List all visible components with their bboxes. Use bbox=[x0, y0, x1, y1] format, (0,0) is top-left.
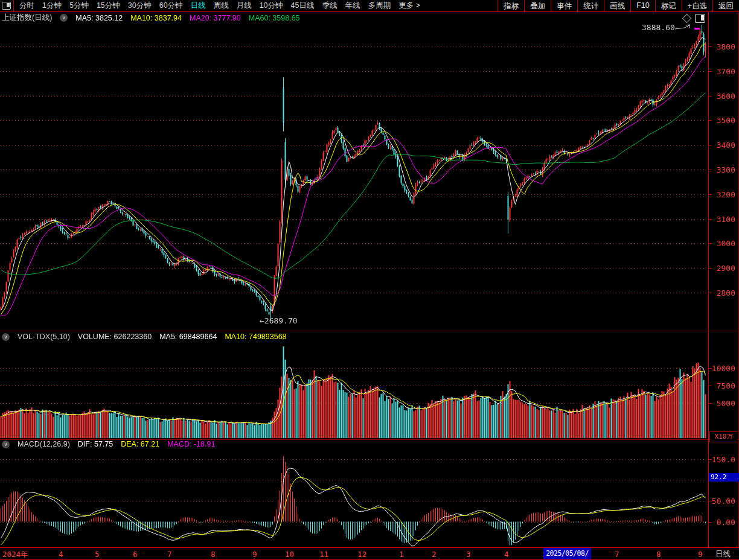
month-label: 3 bbox=[466, 550, 471, 559]
collapse-main-icon[interactable] bbox=[60, 14, 68, 22]
bottom-period-label[interactable]: 日线 bbox=[715, 549, 731, 559]
period-tab[interactable]: 10分钟 bbox=[260, 1, 283, 11]
toolbar-button[interactable]: F10 bbox=[630, 0, 655, 11]
period-tab[interactable]: 15分钟 bbox=[97, 1, 120, 11]
macd-axis-label: 50.00 bbox=[711, 497, 735, 506]
price-axis-label: 3300 bbox=[711, 165, 735, 174]
main-chart-header: 上证指数(日线) MA5: 3825.12MA10: 3837.94MA20: … bbox=[2, 13, 300, 23]
month-label: 4 bbox=[59, 550, 63, 559]
macd-dea: DEA: 67.21 bbox=[121, 440, 159, 448]
ma-label: MA20: 3777.90 bbox=[190, 14, 241, 22]
cursor-date-box: 2025/05/08/四 bbox=[543, 548, 591, 559]
volume-axis-label: 7500 bbox=[711, 381, 735, 390]
month-label: 9 bbox=[698, 550, 703, 559]
toolbar-button[interactable]: 事件 bbox=[551, 0, 577, 11]
volume-indicator-name: VOL-TDX(5,10) bbox=[18, 332, 70, 341]
window-icon[interactable] bbox=[2, 2, 11, 10]
month-label: 9 bbox=[252, 550, 257, 559]
chart-canvas[interactable] bbox=[0, 0, 739, 560]
ma-label: MA10: 3837.94 bbox=[130, 14, 182, 22]
toolbar-button[interactable]: 指标 bbox=[497, 0, 524, 11]
month-label: 10 bbox=[285, 550, 294, 559]
period-tab[interactable]: 分时 bbox=[19, 1, 34, 11]
period-tab[interactable]: 年线 bbox=[345, 1, 360, 11]
period-tab[interactable]: 5分钟 bbox=[69, 1, 89, 11]
price-axis-label: 3100 bbox=[711, 215, 735, 224]
volume-axis-label: 10000 bbox=[711, 364, 735, 373]
collapse-volume-icon[interactable] bbox=[2, 333, 10, 341]
period-tab[interactable]: 周线 bbox=[214, 1, 229, 11]
month-label: 12 bbox=[357, 550, 366, 559]
macd-axis-label: 0.00 bbox=[711, 518, 735, 527]
price-axis-label: 2800 bbox=[711, 288, 735, 298]
month-label: 5 bbox=[95, 550, 100, 559]
macd-indicator-name: MACD(12,26,9) bbox=[18, 440, 70, 448]
price-axis-label: 3700 bbox=[711, 67, 735, 76]
period-tab[interactable]: 月线 bbox=[237, 1, 252, 11]
price-axis-label: 3800 bbox=[711, 42, 735, 51]
low-annotation: ←2689.70 bbox=[260, 316, 298, 325]
macd-axis-label: 150.0 bbox=[711, 455, 735, 464]
toolbar-separator bbox=[13, 0, 14, 11]
toolbar-button[interactable]: 返回 bbox=[712, 0, 739, 11]
price-axis-label: 2900 bbox=[711, 264, 735, 273]
price-axis-label: 3000 bbox=[711, 239, 735, 248]
volume-ma10: MA10: 749893568 bbox=[225, 332, 286, 341]
price-axis-label: 3200 bbox=[711, 190, 735, 199]
month-label: 2024年 bbox=[2, 550, 28, 560]
tdx-app: 分时1分钟5分钟15分钟30分钟60分钟日线周线月线10分钟45日线季线年线多周… bbox=[0, 0, 739, 560]
price-axis-label: 3600 bbox=[711, 92, 735, 101]
month-label: 1 bbox=[399, 550, 404, 559]
macd-dif: DIF: 57.75 bbox=[78, 440, 113, 448]
collapse-macd-icon[interactable] bbox=[2, 441, 10, 448]
macd-header: MACD(12,26,9) DIF: 57.75 DEA: 67.21 MACD… bbox=[2, 440, 215, 448]
volume-axis-label: 5000 bbox=[711, 399, 735, 408]
volume-header: VOL-TDX(5,10) VOLUME: 626223360 MA5: 698… bbox=[2, 332, 287, 341]
month-label: 8 bbox=[656, 550, 661, 559]
ma-values: MA5: 3825.12MA10: 3837.94MA20: 3777.90MA… bbox=[75, 14, 299, 22]
period-tab[interactable]: 60分钟 bbox=[159, 1, 183, 11]
volume-value: VOLUME: 626223360 bbox=[78, 332, 152, 341]
period-tabs: 分时1分钟5分钟15分钟30分钟60分钟日线周线月线10分钟45日线季线年线多周… bbox=[19, 1, 420, 11]
price-axis-label: 3500 bbox=[711, 116, 735, 125]
month-label: 11 bbox=[319, 550, 328, 559]
macd-cursor-value: 92.2 bbox=[709, 473, 739, 482]
period-tab[interactable]: 45日线 bbox=[291, 1, 315, 11]
toolbar: 分时1分钟5分钟15分钟30分钟60分钟日线周线月线10分钟45日线季线年线多周… bbox=[0, 0, 739, 12]
period-tab[interactable]: 更多 > bbox=[398, 1, 420, 11]
period-tab[interactable]: 30分钟 bbox=[128, 1, 152, 11]
period-tab[interactable]: 季线 bbox=[322, 1, 337, 11]
month-label: 7 bbox=[167, 550, 172, 559]
period-tab[interactable]: 多周期 bbox=[368, 1, 391, 11]
month-label: 4 bbox=[504, 550, 509, 559]
toolbar-button[interactable]: 标记 bbox=[655, 0, 682, 11]
high-annotation: 3888.60 bbox=[642, 23, 675, 32]
macd-bar-value: MACD: -18.91 bbox=[167, 440, 215, 448]
time-axis-bar: 2024年456789101112123456789 2025/05/08/四 … bbox=[0, 547, 739, 560]
month-label: 6 bbox=[133, 550, 138, 559]
toolbar-button[interactable]: 画线 bbox=[604, 0, 630, 11]
panel-icon[interactable] bbox=[695, 14, 705, 23]
toolbar-button[interactable]: 统计 bbox=[577, 0, 604, 11]
toolbar-button[interactable]: +自选 bbox=[682, 0, 712, 11]
month-label: 8 bbox=[211, 550, 216, 559]
period-tab[interactable]: 日线 bbox=[191, 1, 206, 11]
magenta-marker-icon bbox=[694, 28, 700, 30]
ma-label: MA60: 3598.65 bbox=[249, 14, 300, 22]
month-label: 7 bbox=[615, 550, 619, 559]
period-tab[interactable]: 1分钟 bbox=[42, 1, 62, 11]
page-title: 上证指数(日线) bbox=[2, 13, 52, 23]
volume-unit-badge: X10万 bbox=[709, 431, 738, 442]
price-axis-label: 3400 bbox=[711, 141, 735, 150]
toolbar-button[interactable]: 叠加 bbox=[524, 0, 551, 11]
month-label: 2 bbox=[432, 550, 437, 559]
volume-ma5: MA5: 698489664 bbox=[159, 332, 217, 341]
ma-label: MA5: 3825.12 bbox=[75, 14, 123, 22]
toolbar-actions: 指标叠加事件统计画线F10标记+自选返回 bbox=[497, 0, 739, 11]
